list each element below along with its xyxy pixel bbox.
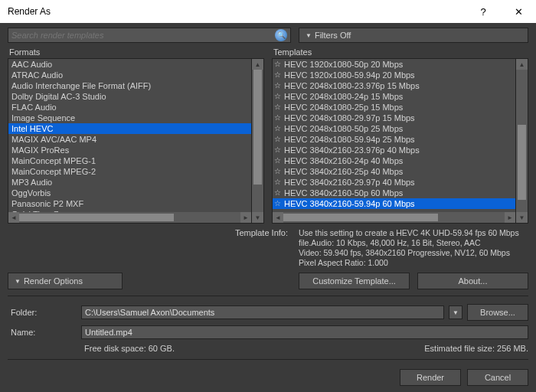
templates-row[interactable]: ☆HEVC 3840x2160-50p 60 Mbps [273, 188, 515, 198]
filters-button[interactable]: ▼ Filters Off [299, 28, 528, 43]
window-title: Render As [8, 6, 466, 17]
templates-row[interactable]: ☆HEVC 3840x2160-29.97p 40 Mbps [273, 177, 515, 188]
formats-hscroll[interactable]: ◄ ► [8, 212, 251, 223]
formats-row[interactable]: FLAC Audio [8, 102, 251, 113]
name-label: Name: [8, 328, 77, 337]
templates-title: Templates [272, 47, 528, 57]
chevron-down-icon: ▼ [15, 278, 21, 285]
formats-row[interactable]: Audio Interchange File Format (AIFF) [8, 80, 251, 91]
browse-button[interactable]: Browse... [467, 304, 528, 321]
templates-row[interactable]: ☆HEVC 2048x1080-50p 25 Mbps [273, 123, 515, 134]
templates-row[interactable]: ☆HEVC 1920x1080-50p 20 Mbps [273, 59, 515, 70]
star-icon[interactable]: ☆ [274, 123, 281, 134]
render-options-button[interactable]: ▼ Render Options [8, 273, 123, 289]
templates-row[interactable]: ☆HEVC 1920x1080-59.94p 20 Mbps [273, 70, 515, 80]
templates-row[interactable]: ☆HEVC 2048x1080-29.97p 15 Mbps [273, 113, 515, 123]
templates-row[interactable]: ☆HEVC 3840x2160-24p 40 Mbps [273, 155, 515, 166]
scroll-right-icon[interactable]: ► [240, 212, 251, 223]
templates-row[interactable]: ☆HEVC 2048x1080-59.94p 25 Mbps [273, 134, 515, 145]
templates-hscroll[interactable]: ◄ ► [273, 212, 515, 223]
scroll-left-icon[interactable]: ◄ [8, 212, 19, 223]
titlebar: Render As ? ✕ [0, 0, 536, 23]
estimated-size-text: Estimated file size: 256 MB. [424, 344, 528, 353]
scroll-up-icon[interactable]: ▲ [516, 59, 528, 70]
templates-row[interactable]: ☆HEVC 2048x1080-25p 15 Mbps [273, 102, 515, 113]
star-icon[interactable]: ☆ [274, 134, 281, 145]
star-icon[interactable]: ☆ [274, 145, 281, 155]
scroll-left-icon[interactable]: ◄ [273, 212, 283, 223]
templates-list[interactable]: ☆HEVC 1920x1080-50p 20 Mbps☆HEVC 1920x10… [272, 58, 516, 224]
formats-row[interactable]: MAGIX AVC/AAC MP4 [8, 134, 251, 145]
star-icon[interactable]: ☆ [274, 188, 281, 198]
formats-row[interactable]: MainConcept MPEG-2 [8, 166, 251, 177]
template-info-label: Template Info: [8, 228, 291, 268]
templates-row[interactable]: ☆HEVC 3840x2160-59.94p 60 Mbps [273, 198, 515, 209]
help-button[interactable]: ? [466, 0, 501, 23]
star-icon[interactable]: ☆ [274, 155, 281, 166]
star-icon[interactable]: ☆ [274, 102, 281, 113]
star-icon[interactable]: ☆ [274, 70, 281, 80]
star-icon[interactable]: ☆ [274, 198, 281, 209]
formats-row[interactable]: Intel HEVC [8, 123, 251, 134]
formats-title: Formats [8, 47, 264, 57]
formats-row[interactable]: Panasonic P2 MXF [8, 198, 251, 209]
star-icon[interactable]: ☆ [274, 166, 281, 177]
name-input[interactable] [81, 325, 528, 339]
cancel-button[interactable]: Cancel [467, 369, 528, 386]
free-space-text: Free disk space: 60 GB. [84, 344, 424, 353]
scroll-right-icon[interactable]: ► [505, 212, 515, 223]
search-icon[interactable]: 🔍 [275, 29, 287, 41]
formats-row[interactable]: ATRAC Audio [8, 70, 251, 80]
render-button[interactable]: Render [400, 369, 461, 386]
formats-row[interactable]: AAC Audio [8, 59, 251, 70]
templates-row[interactable]: ☆HEVC 2048x1080-23.976p 15 Mbps [273, 80, 515, 91]
formats-row[interactable]: MP3 Audio [8, 177, 251, 188]
templates-vscroll[interactable]: ▲ ▼ [516, 58, 528, 224]
scroll-down-icon[interactable]: ▼ [516, 212, 528, 223]
formats-vscroll[interactable]: ▲ ▼ [252, 58, 264, 224]
close-button[interactable]: ✕ [501, 0, 536, 23]
formats-row[interactable]: OggVorbis [8, 188, 251, 198]
folder-history-dropdown[interactable]: ▼ [449, 305, 462, 319]
formats-row[interactable]: Dolby Digital AC-3 Studio [8, 91, 251, 102]
templates-row[interactable]: ☆HEVC 3840x2160-25p 40 Mbps [273, 166, 515, 177]
template-info-text: Use this setting to create a HEVC 4K UHD… [299, 228, 528, 268]
search-input-wrap[interactable]: 🔍 [8, 28, 291, 43]
star-icon[interactable]: ☆ [274, 177, 281, 188]
about-button[interactable]: About... [417, 273, 528, 289]
formats-row[interactable]: Image Sequence [8, 113, 251, 123]
star-icon[interactable]: ☆ [274, 59, 281, 70]
folder-input[interactable] [81, 305, 444, 319]
formats-list[interactable]: AAC AudioATRAC AudioAudio Interchange Fi… [8, 58, 252, 224]
templates-row[interactable]: ☆HEVC 2048x1080-24p 15 Mbps [273, 91, 515, 102]
folder-label: Folder: [8, 308, 77, 317]
star-icon[interactable]: ☆ [274, 91, 281, 102]
star-icon[interactable]: ☆ [274, 113, 281, 123]
templates-row[interactable]: ☆HEVC 3840x2160-23.976p 40 Mbps [273, 145, 515, 155]
chevron-down-icon: ▼ [306, 32, 312, 39]
star-icon[interactable]: ☆ [274, 80, 281, 91]
filters-label: Filters Off [315, 31, 351, 40]
search-input[interactable] [11, 31, 275, 40]
customize-template-button[interactable]: Customize Template... [299, 273, 410, 289]
formats-row[interactable]: MAGIX ProRes [8, 145, 251, 155]
scroll-up-icon[interactable]: ▲ [252, 59, 263, 70]
scroll-down-icon[interactable]: ▼ [252, 212, 263, 223]
formats-row[interactable]: MainConcept MPEG-1 [8, 155, 251, 166]
